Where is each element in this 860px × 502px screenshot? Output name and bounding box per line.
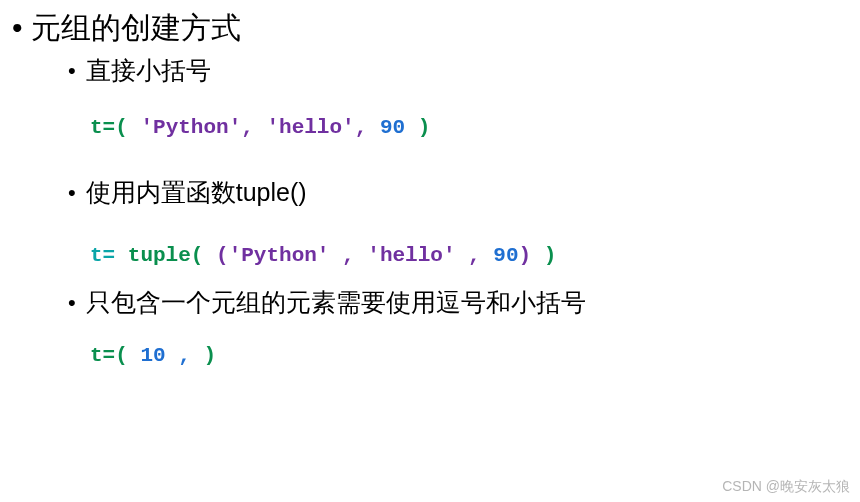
- heading-tuple-creation: • 元组的创建方式: [12, 8, 860, 47]
- code-assign: t=: [90, 344, 115, 367]
- code-paren-open: (: [115, 116, 128, 139]
- code-fn-name: tuple: [128, 244, 191, 267]
- code-outer-paren-open: (: [191, 244, 204, 267]
- subitem-single-element: • 只包含一个元组的元素需要使用逗号和小括号: [68, 285, 860, 320]
- code-string-items: 'Python', 'hello',: [128, 116, 380, 139]
- bullet-dot: •: [68, 289, 76, 318]
- code-inner-paren-close: ): [519, 244, 544, 267]
- code-example-tuple-fn: t= tuple( ('Python' , 'hello' , 90) ): [90, 244, 860, 267]
- code-number: 90: [380, 116, 418, 139]
- code-number: 10 ,: [128, 344, 204, 367]
- subitem-parentheses: • 直接小括号: [68, 53, 860, 88]
- bullet-dot: •: [12, 10, 23, 46]
- subitem-tuple-fn: • 使用内置函数tuple(): [68, 175, 860, 210]
- code-inner-paren-open: (: [203, 244, 228, 267]
- code-paren-close: ): [203, 344, 216, 367]
- code-example-single-element: t=( 10 , ): [90, 344, 860, 367]
- code-outer-paren-close: ): [544, 244, 557, 267]
- code-number: 90: [493, 244, 518, 267]
- subitem-text: 直接小括号: [86, 53, 211, 88]
- subitem-text: 使用内置函数tuple(): [86, 175, 307, 210]
- code-paren-close: ): [418, 116, 431, 139]
- heading-text: 元组的创建方式: [31, 8, 241, 47]
- code-assign: t=: [90, 244, 128, 267]
- subitem-text: 只包含一个元组的元素需要使用逗号和小括号: [86, 285, 586, 320]
- code-paren-open: (: [115, 344, 128, 367]
- code-string-items: 'Python' , 'hello' ,: [229, 244, 494, 267]
- watermark-text: CSDN @晚安灰太狼: [722, 478, 850, 496]
- code-assign: t=: [90, 116, 115, 139]
- code-example-direct-parens: t=( 'Python', 'hello', 90 ): [90, 116, 860, 139]
- bullet-dot: •: [68, 57, 76, 86]
- bullet-dot: •: [68, 179, 76, 208]
